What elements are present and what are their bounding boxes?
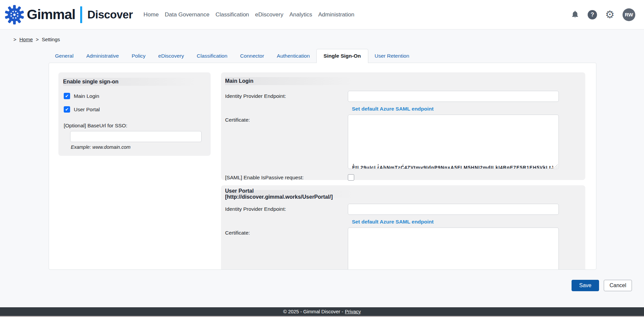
main-login-idp-row: Identity Provider Endpoint:	[225, 91, 581, 102]
main-login-title-strip: Main Login	[225, 77, 353, 85]
tab-classification[interactable]: Classification	[191, 49, 234, 63]
user-portal-idp-row: Identity Provider Endpoint:	[225, 204, 581, 215]
enable-sso-title-strip: Enable single sign-on	[63, 78, 197, 86]
baseurl-input[interactable]	[70, 131, 202, 142]
user-portal-cert-row: Certificate: G-FH1j96j_300mnJds-G87hrAiK…	[225, 228, 581, 270]
tab-administrative[interactable]: Administrative	[80, 49, 125, 63]
breadcrumb: > Home > Settings	[13, 37, 644, 42]
user-avatar[interactable]: RW	[623, 8, 635, 21]
main-login-checkbox-row[interactable]: Main Login	[64, 93, 206, 99]
main-login-cert-clipped-text: FtL29uIcLrAhNmTzC4ZVtmv9IdnP9NnxA5FLM5HN…	[352, 165, 553, 169]
nav-analytics[interactable]: Analytics	[289, 11, 312, 18]
app-logo[interactable]: Gimmal Discover	[5, 5, 133, 24]
help-icon[interactable]: ?	[588, 10, 597, 19]
user-portal-cert-label: Certificate:	[225, 228, 348, 270]
footer-copyright: © 2025 - Gimmal Discover -	[283, 309, 343, 314]
user-portal-panel: User Portal [http://discover.gimmal.work…	[221, 185, 585, 270]
tab-policy[interactable]: Policy	[125, 49, 152, 63]
main-login-cert-label: Certificate:	[225, 115, 348, 169]
ispassive-label: [SAML] Enable IsPassive request:	[225, 175, 348, 181]
sso-forms-column: Main Login Identity Provider Endpoint: S…	[221, 72, 585, 270]
baseurl-label: [Optional] BaseUrl for SSO:	[64, 123, 206, 129]
enable-sso-title: Enable single sign-on	[63, 79, 118, 85]
breadcrumb-lead: >	[13, 37, 16, 42]
footer-privacy-link[interactable]: Privacy	[345, 309, 361, 314]
main-nav: Home Data Governance Classification eDis…	[144, 11, 355, 18]
main-login-ispassive-row: [SAML] Enable IsPassive request:	[225, 174, 581, 181]
form-actions: Save Cancel	[0, 280, 632, 291]
top-actions: ? ⚙ RW	[571, 8, 635, 21]
user-portal-checkbox[interactable]	[64, 106, 70, 113]
ispassive-checkbox[interactable]	[348, 174, 354, 181]
user-portal-azure-saml-link[interactable]: Set default Azure SAML endpoint	[352, 219, 434, 225]
tab-single-sign-on[interactable]: Single Sign-On	[316, 49, 368, 63]
tab-authentication[interactable]: Authentication	[270, 49, 316, 63]
bell-icon[interactable]	[571, 10, 580, 19]
gimmal-gear-logo-icon	[5, 5, 24, 24]
cancel-button[interactable]: Cancel	[604, 280, 632, 291]
breadcrumb-home-link[interactable]: Home	[19, 37, 33, 42]
nav-ediscovery[interactable]: eDiscovery	[255, 11, 283, 18]
nav-classification[interactable]: Classification	[215, 11, 249, 18]
user-portal-title-strip: User Portal [http://discover.gimmal.work…	[225, 190, 353, 198]
textarea-resize-handle[interactable]	[553, 164, 558, 168]
tab-general[interactable]: General	[49, 49, 80, 63]
save-button[interactable]: Save	[572, 280, 599, 291]
nav-administration[interactable]: Administration	[318, 11, 355, 18]
tab-connector[interactable]: Connector	[234, 49, 271, 63]
main-login-azure-saml-link[interactable]: Set default Azure SAML endpoint	[352, 106, 434, 112]
settings-gear-icon[interactable]: ⚙	[605, 9, 614, 20]
user-portal-checkbox-label: User Portal	[74, 107, 100, 113]
question-icon: ?	[588, 10, 597, 19]
breadcrumb-current: Settings	[42, 37, 60, 42]
product-name: Discover	[87, 8, 132, 21]
nav-home[interactable]: Home	[144, 11, 159, 18]
main-login-idp-input[interactable]	[348, 91, 559, 102]
brand-divider	[80, 6, 82, 23]
breadcrumb-separator: >	[36, 37, 39, 42]
main-login-cert-textarea[interactable]: f t i FtL29uIcLrAhNmTzC4ZVtmv9IdnP9NnxA5…	[348, 115, 559, 169]
tab-user-retention[interactable]: User Retention	[368, 49, 416, 63]
settings-tabs: General Administrative Policy eDiscovery…	[49, 49, 644, 63]
main-login-checkbox-label: Main Login	[74, 93, 99, 99]
single-sign-on-card: Enable single sign-on Main Login User Po…	[49, 63, 596, 270]
baseurl-example: Example: www.domain.com	[71, 144, 206, 150]
brand-name: Gimmal	[27, 7, 75, 22]
nav-data-governance[interactable]: Data Governance	[165, 11, 209, 18]
user-portal-idp-input[interactable]	[348, 204, 559, 215]
user-portal-cert-clipped-text: G-FH1j96j_300mnJds-G87hrAiK96rM49hszfBV9…	[352, 269, 553, 270]
main-login-panel: Main Login Identity Provider Endpoint: S…	[221, 72, 585, 180]
tab-ediscovery[interactable]: eDiscovery	[152, 49, 191, 63]
user-portal-checkbox-row[interactable]: User Portal	[64, 106, 206, 113]
top-bar: Gimmal Discover Home Data Governance Cla…	[0, 0, 644, 29]
enable-sso-panel: Enable single sign-on Main Login User Po…	[58, 72, 211, 156]
user-portal-idp-label: Identity Provider Endpoint:	[225, 204, 348, 215]
main-login-cert-row: Certificate: f t i FtL29uIcLrAhNmTzC4ZVt…	[225, 115, 581, 169]
user-portal-title: User Portal [http://discover.gimmal.work…	[225, 188, 353, 200]
footer-bar: © 2025 - Gimmal Discover - Privacy	[0, 307, 644, 316]
main-login-title: Main Login	[225, 78, 253, 84]
main-login-idp-label: Identity Provider Endpoint:	[225, 91, 348, 102]
user-portal-cert-textarea[interactable]: G-FH1j96j_300mnJds-G87hrAiK96rM49hszfBV9…	[348, 228, 559, 270]
main-login-checkbox[interactable]	[64, 93, 70, 99]
